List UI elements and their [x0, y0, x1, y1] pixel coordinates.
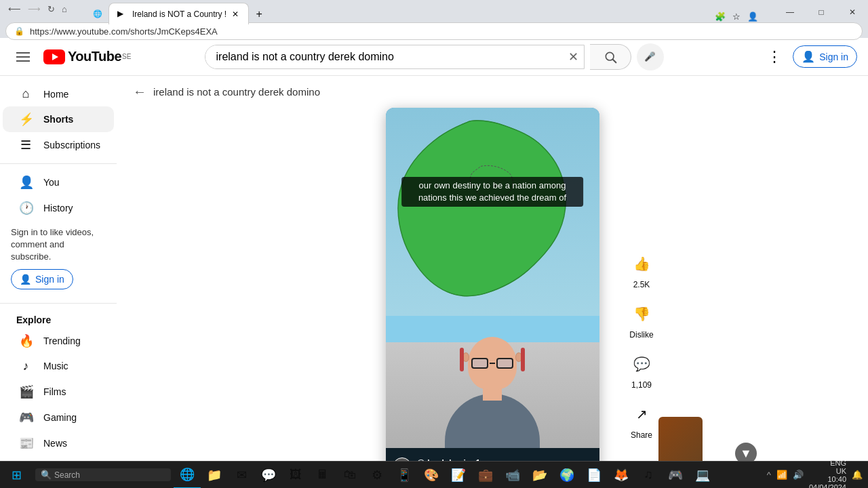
- gaming-icon: 🎮: [19, 410, 33, 425]
- taskbar-icons-row: 🌐 📁 ✉ 💬 🖼 🖩 🛍 ⚙ 📱 🎨 📝 💼 📹 📂 🌍 📄 🦊 ♫ 🎮 💻: [174, 462, 716, 489]
- logo-badge: SE: [122, 53, 131, 60]
- taskbar-icon-store[interactable]: 🛍: [336, 462, 363, 489]
- tray-lang: ENG: [809, 459, 846, 467]
- presenter-head: [468, 337, 517, 390]
- headphone-left: [460, 348, 464, 371]
- taskbar-icon-discord[interactable]: 🎮: [662, 462, 689, 489]
- taskbar-tray: ^ 📶 🔊 ENG UK 10:40 04/04/2024 🔔: [762, 459, 868, 489]
- comment-button[interactable]: 💬 1,109: [628, 350, 655, 390]
- browser-refresh[interactable]: ↻: [45, 3, 58, 16]
- explore-title: Explore: [0, 309, 117, 328]
- taskbar: ⊞ 🔍 Search 🌐 📁 ✉ 💬 🖼 🖩 🛍 ⚙ 📱 🎨 📝 💼 📹 📂 🌍…: [0, 461, 868, 488]
- presenter-body: [445, 394, 540, 448]
- sidebar-item-films[interactable]: 🎬 Films: [3, 379, 114, 405]
- sidebar-item-you[interactable]: 👤 You: [3, 169, 114, 195]
- sidebar-item-trending[interactable]: 🔥 Trending: [3, 328, 114, 354]
- dislike-button[interactable]: 👎 Dislike: [628, 300, 655, 340]
- taskbar-icon-photos[interactable]: 🖼: [282, 462, 309, 489]
- taskbar-icon-skype[interactable]: 📱: [391, 462, 418, 489]
- mic-button[interactable]: 🎤: [637, 43, 664, 70]
- tab-favicon: ▶: [117, 9, 128, 20]
- more-dots-icon: ⋯: [628, 451, 655, 461]
- more-options-button[interactable]: ⋮: [762, 43, 787, 71]
- taskbar-icon-term[interactable]: 💻: [689, 462, 716, 489]
- tab-circle-icon: 🌐: [93, 9, 102, 18]
- maximize-button[interactable]: □: [806, 0, 837, 24]
- start-button[interactable]: ⊞: [0, 462, 33, 488]
- search-back-bar: ← ireland is not a country derek domino: [117, 76, 868, 108]
- taskbar-search[interactable]: 🔍 Search: [35, 468, 171, 481]
- browser-forward-disabled: ⟶: [25, 3, 43, 16]
- search-input[interactable]: [205, 45, 563, 68]
- taskbar-icon-explorer[interactable]: 📁: [201, 462, 228, 489]
- taskbar-icon-word[interactable]: 📝: [445, 462, 472, 489]
- sidebar-item-home[interactable]: ⌂ Home: [3, 81, 114, 106]
- taskbar-icon-mail[interactable]: ✉: [228, 462, 255, 489]
- signin-prompt-text: Sign in to like videos, comment and subs…: [11, 226, 106, 264]
- sidebar-signin-button[interactable]: 👤 Sign in: [11, 269, 73, 289]
- sidebar-item-subscriptions[interactable]: ☰ Subscriptions: [3, 132, 114, 158]
- sidebar-label-news: News: [43, 438, 67, 449]
- tray-notification[interactable]: 🔔: [852, 470, 863, 480]
- taskbar-icon-chat[interactable]: 💬: [255, 462, 282, 489]
- taskbar-icon-firefox[interactable]: 🦊: [608, 462, 635, 489]
- svg-rect-1: [16, 56, 30, 58]
- sidebar-label-music: Music: [43, 361, 68, 371]
- address-bar[interactable]: 🔒 https://www.youtube.com/shorts/JmCKeps…: [5, 22, 863, 40]
- taskbar-icon-browser[interactable]: 🌐: [174, 462, 201, 489]
- home-icon: ⌂: [19, 87, 33, 101]
- taskbar-icon-settings[interactable]: ⚙: [363, 462, 391, 489]
- minimize-button[interactable]: —: [774, 0, 806, 24]
- sidebar-divider-1: [0, 163, 117, 164]
- tray-clock[interactable]: ENG UK 10:40 04/04/2024: [809, 459, 846, 489]
- sidebar-item-shorts[interactable]: ⚡ Shorts: [3, 106, 114, 132]
- taskbar-icon-ps[interactable]: 🎨: [418, 462, 445, 489]
- sidebar-label-gaming: Gaming: [43, 412, 77, 423]
- taskbar-icon-slack[interactable]: 💼: [472, 462, 499, 489]
- taskbar-icon-zoom[interactable]: 📹: [499, 462, 526, 489]
- taskbar-icon-ie[interactable]: 🌍: [553, 462, 580, 489]
- menu-button[interactable]: [11, 45, 35, 69]
- subtitle-text: our own destiny to be a nation among nat…: [418, 180, 566, 203]
- tray-arrow[interactable]: ^: [767, 470, 771, 480]
- search-clear-button[interactable]: ✕: [563, 49, 584, 64]
- video-player[interactable]: our own destiny to be a nation among nat…: [386, 108, 599, 461]
- next-video-thumb[interactable]: [658, 417, 703, 461]
- taskbar-icon-calc[interactable]: 🖩: [309, 462, 336, 489]
- close-button[interactable]: ✕: [837, 0, 868, 24]
- browser-profile[interactable]: ⟵: [5, 3, 24, 16]
- tray-wifi[interactable]: 📶: [776, 470, 787, 480]
- sidebar-item-music[interactable]: ♪ Music: [3, 354, 114, 379]
- back-arrow-button[interactable]: ←: [133, 84, 146, 100]
- taskbar-icon-folder2[interactable]: 📂: [526, 462, 553, 489]
- glasses-bridge: [490, 363, 495, 364]
- tab-circle[interactable]: 🌐: [87, 3, 108, 24]
- sidebar-item-sport[interactable]: ⚽ Sport: [3, 456, 114, 461]
- tray-volume[interactable]: 🔊: [793, 470, 804, 480]
- youtube-topbar: YouTubeSE ✕ 🎤 ⋮ 👤 Sign in: [0, 38, 868, 76]
- dislike-label: Dislike: [629, 330, 653, 340]
- sidebar-item-gaming[interactable]: 🎮 Gaming: [3, 405, 114, 430]
- sign-in-button[interactable]: 👤 Sign in: [793, 45, 857, 68]
- shorts-icon: ⚡: [19, 112, 33, 127]
- new-tab-button[interactable]: +: [249, 4, 269, 24]
- youtube-logo[interactable]: YouTubeSE: [43, 49, 131, 64]
- films-icon: 🎬: [19, 384, 33, 399]
- taskbar-icon-music2[interactable]: ♫: [635, 462, 662, 489]
- taskbar-search-icon: 🔍: [41, 470, 52, 480]
- sidebar-item-news[interactable]: 📰 News: [3, 430, 114, 456]
- lock-icon: 🔒: [14, 26, 24, 36]
- more-button[interactable]: ⋯: [628, 451, 655, 461]
- tab-close-button[interactable]: ✕: [231, 8, 240, 20]
- browser-home[interactable]: ⌂: [59, 3, 70, 16]
- taskbar-search-label: Search: [54, 470, 80, 480]
- sidebar-item-history[interactable]: 🕐 History: [3, 195, 114, 221]
- taskbar-icon-acrobat[interactable]: 📄: [580, 462, 608, 489]
- search-button[interactable]: [590, 44, 631, 70]
- share-button[interactable]: ↗ Share: [628, 401, 655, 440]
- subscriptions-icon: ☰: [19, 138, 33, 152]
- active-tab[interactable]: ▶ Ireland is NOT a Country ! ✕: [108, 3, 249, 24]
- scroll-down-button[interactable]: ▼: [735, 443, 757, 461]
- sidebar-label-history: History: [43, 203, 73, 214]
- like-button[interactable]: 👍 2.5K: [628, 250, 655, 289]
